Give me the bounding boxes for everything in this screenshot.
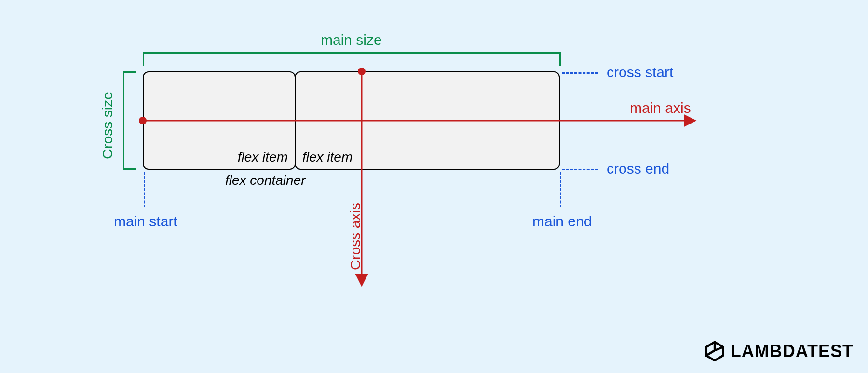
cross-axis-label: Cross axis (347, 203, 364, 270)
flex-container: flex item flex item (143, 71, 561, 170)
flexbox-diagram: main size Cross size flex item flex item… (0, 0, 868, 373)
main-axis-label: main axis (630, 100, 691, 116)
cross-end-label: cross end (607, 161, 669, 177)
main-end-connector (560, 172, 561, 207)
cross-start-label: cross start (607, 64, 673, 81)
cross-size-label: Cross size (99, 92, 116, 159)
cross-end-connector (562, 169, 598, 170)
main-size-bracket (143, 52, 561, 66)
lambdatest-icon (705, 341, 725, 361)
flex-item-label: flex item (302, 150, 353, 165)
flex-item: flex item (143, 71, 296, 170)
main-size-label: main size (321, 32, 382, 48)
cross-start-connector (562, 72, 598, 74)
brand-logo: LAMBDATEST (705, 341, 854, 361)
flex-container-label: flex container (225, 173, 306, 188)
brand-name: LAMBDATEST (731, 341, 854, 361)
cross-size-bracket (123, 71, 136, 170)
main-end-label: main end (532, 213, 592, 230)
flex-item-label: flex item (238, 150, 288, 165)
main-start-label: main start (114, 213, 177, 230)
flex-item: flex item (295, 71, 560, 170)
main-start-connector (144, 172, 145, 207)
